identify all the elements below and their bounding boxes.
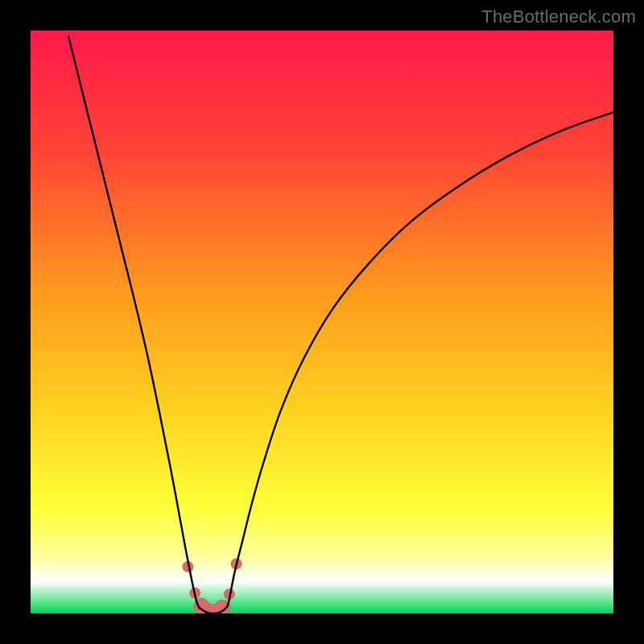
plot-area: [31, 31, 613, 613]
chart-svg: [31, 31, 613, 613]
watermark-text: TheBottleneck.com: [481, 6, 636, 27]
chart-frame: TheBottleneck.com: [0, 0, 644, 644]
gradient-background: [31, 31, 613, 613]
